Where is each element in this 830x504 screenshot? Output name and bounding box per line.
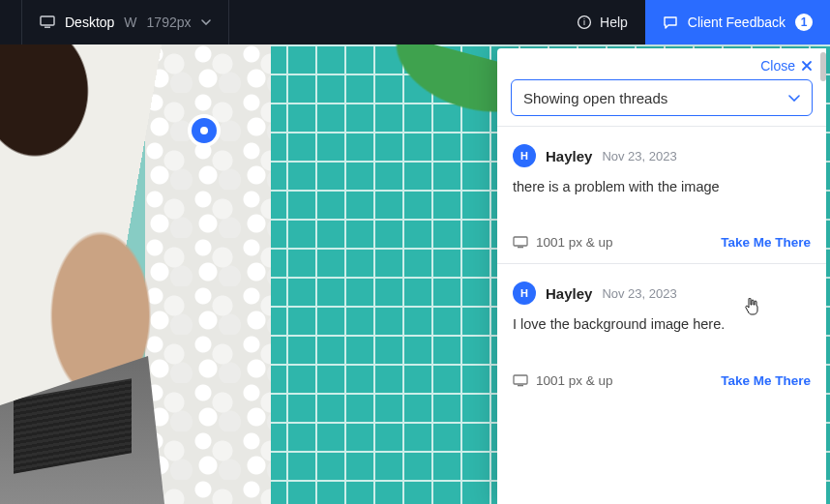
svg-rect-6 (514, 375, 527, 384)
thread-author: Hayley (546, 148, 592, 164)
thread-header: H Hayley Nov 23, 2023 (513, 144, 811, 167)
avatar: H (513, 144, 536, 167)
feedback-label: Client Feedback (688, 15, 786, 30)
thread-header: H Hayley Nov 23, 2023 (513, 282, 811, 305)
svg-rect-1 (44, 27, 50, 28)
svg-rect-5 (518, 247, 523, 248)
breakpoint-indicator: 1001 px & up (513, 235, 613, 250)
take-me-there-link[interactable]: Take Me There (721, 235, 811, 250)
help-button[interactable]: i Help (559, 0, 645, 44)
design-canvas[interactable]: Close Showing open threads H Hayley (0, 44, 830, 504)
chevron-down-icon (788, 95, 800, 102)
app-root: Desktop W 1792px i Help Client Feedback … (0, 0, 830, 504)
thread-date: Nov 23, 2023 (602, 286, 676, 301)
help-label: Help (600, 15, 628, 30)
feedback-count-badge: 1 (795, 14, 813, 31)
breakpoint-text: 1001 px & up (536, 373, 613, 388)
avatar: H (513, 282, 536, 305)
width-prefix: W (124, 15, 136, 30)
desktop-icon (40, 15, 55, 29)
desktop-icon (513, 236, 528, 249)
breakpoint-text: 1001 px & up (536, 235, 613, 250)
filter-label: Showing open threads (523, 90, 667, 106)
close-label: Close (760, 58, 795, 74)
breakpoint-indicator: 1001 px & up (513, 373, 613, 388)
scrollbar-thumb[interactable] (820, 52, 826, 81)
thread-message: there is a problem with the image (513, 177, 811, 196)
thread-filter-dropdown[interactable]: Showing open threads (511, 79, 813, 116)
feedback-panel: Close Showing open threads H Hayley (497, 48, 826, 504)
thread-footer: 1001 px & up Take Me There (513, 235, 811, 250)
svg-text:i: i (583, 17, 585, 27)
svg-rect-4 (514, 237, 527, 246)
client-feedback-button[interactable]: Client Feedback 1 (645, 0, 830, 44)
close-button[interactable]: Close (760, 58, 813, 74)
thread-message: I love the background image here. (513, 314, 811, 334)
thread-author: Hayley (546, 285, 592, 302)
width-value: 1792px (147, 15, 192, 30)
top-toolbar: Desktop W 1792px i Help Client Feedback … (0, 0, 830, 44)
chevron-down-icon (201, 19, 211, 25)
feedback-marker[interactable] (192, 118, 217, 143)
thread-item[interactable]: H Hayley Nov 23, 2023 I love the backgro… (497, 263, 826, 400)
panel-header: Close (497, 48, 826, 79)
thread-footer: 1001 px & up Take Me There (513, 373, 811, 388)
breakpoint-selector[interactable]: Desktop W 1792px (21, 0, 229, 44)
take-me-there-link[interactable]: Take Me There (721, 373, 811, 388)
thread-item[interactable]: H Hayley Nov 23, 2023 there is a problem… (497, 126, 826, 263)
person-hair (0, 44, 116, 199)
device-label: Desktop (65, 15, 114, 30)
desktop-icon (513, 374, 528, 387)
thread-list: H Hayley Nov 23, 2023 there is a problem… (497, 126, 826, 504)
svg-rect-7 (518, 385, 523, 386)
close-icon (801, 60, 813, 72)
help-icon: i (577, 15, 592, 30)
chat-icon (663, 15, 678, 30)
svg-rect-0 (41, 16, 54, 25)
thread-date: Nov 23, 2023 (602, 149, 676, 163)
